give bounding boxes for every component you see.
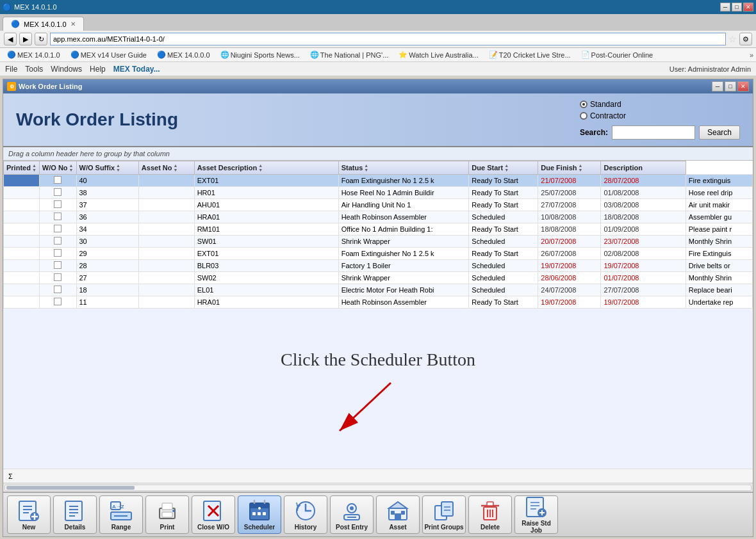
menu-help[interactable]: Help <box>90 65 106 74</box>
close-button[interactable]: ✕ <box>743 3 753 12</box>
bookmark-star-icon[interactable]: ☆ <box>728 34 737 44</box>
wo-no-cell: 18 <box>76 284 138 296</box>
due-finish-cell: 28/07/2008 <box>601 175 686 187</box>
table-row[interactable]: 34RM101Office No 1 Admin Building 1:Read… <box>4 223 753 236</box>
bookmark-national[interactable]: 🌐 The National | PNG'... <box>306 49 393 60</box>
back-button[interactable]: ◀ <box>4 33 17 45</box>
row-checkbox[interactable] <box>39 248 76 260</box>
wo-restore-button[interactable]: □ <box>725 81 736 92</box>
menu-windows[interactable]: Windows <box>51 65 82 74</box>
th-status[interactable]: Status▲▼ <box>338 161 469 175</box>
asset-no-cell: SW01 <box>194 236 338 248</box>
bookmark-mex-guide[interactable]: 🔵 MEX v14 User Guide <box>66 49 151 60</box>
wo-close-button[interactable]: ✕ <box>737 81 749 92</box>
radio-contractor[interactable]: Contractor <box>580 111 740 120</box>
range-icon: A→Z <box>110 499 133 522</box>
maximize-button[interactable]: □ <box>732 3 742 12</box>
table-row[interactable]: 11HRA01Heath Robinson AssemblerReady To … <box>4 296 753 309</box>
scheduler-button[interactable]: Scheduler <box>238 495 281 534</box>
checkbox-icon[interactable] <box>54 249 62 257</box>
table-row[interactable]: 38HR01Hose Reel No 1 Admin BuildirReady … <box>4 187 753 199</box>
row-checkbox[interactable] <box>39 175 76 187</box>
bookmark-mex14[interactable]: 🔵 MEX 14.0.1.0 <box>3 49 65 60</box>
post-entry-button[interactable]: Post Entry <box>330 495 374 534</box>
refresh-button[interactable]: ↻ <box>35 33 47 45</box>
checkbox-icon[interactable] <box>54 188 62 196</box>
table-row[interactable]: 18EL01Electric Motor For Heath RobiSched… <box>4 284 753 296</box>
asset-desc-cell: Hose Reel No 1 Admin Buildir <box>338 187 469 199</box>
table-container[interactable]: Printed▲▼ W/O No▲▼ W/O Suffix▲▼ Asset No… <box>3 161 753 309</box>
table-row[interactable]: 29EXT01Foam Extinguisher No 1 2.5 kReady… <box>4 248 753 260</box>
due-start-cell: 20/07/2008 <box>538 236 601 248</box>
bookmark-niugini[interactable]: 🌐 Niugini Sports News... <box>216 49 304 60</box>
table-row[interactable]: 27SW02Shrink WrapperScheduled28/06/20080… <box>4 272 753 284</box>
tab-close-icon[interactable]: ✕ <box>70 20 76 28</box>
row-checkbox[interactable] <box>39 199 76 211</box>
row-checkbox[interactable] <box>39 223 76 236</box>
details-button[interactable]: Details <box>53 495 97 534</box>
row-checkbox[interactable] <box>39 296 76 309</box>
th-description[interactable]: Description <box>601 161 686 175</box>
new-button[interactable]: New <box>7 495 51 534</box>
checkbox-icon[interactable] <box>54 213 62 220</box>
range-button[interactable]: A→Z Range <box>99 495 143 534</box>
table-row[interactable]: 36HRA01Heath Robinson AssemblerScheduled… <box>4 211 753 223</box>
bookmark-t20[interactable]: 📝 T20 Cricket Live Stre... <box>484 49 575 60</box>
svg-rect-31 <box>263 512 266 515</box>
th-wo-no[interactable]: W/O No▲▼ <box>39 161 76 175</box>
print-button[interactable]: Print <box>145 495 189 534</box>
th-asset-no[interactable]: Asset No▲▼ <box>138 161 194 175</box>
row-checkbox[interactable] <box>39 272 76 284</box>
bookmark-mex1400[interactable]: 🔵 MEX 14.0.0.0 <box>152 49 215 60</box>
raise-std-job-button[interactable]: Raise Std Job <box>514 495 558 534</box>
forward-button[interactable]: ▶ <box>19 33 32 45</box>
minimize-button[interactable]: ─ <box>720 3 730 12</box>
table-row[interactable]: 40EXT01Foam Extinguisher No 1 2.5 kReady… <box>4 175 753 187</box>
svg-marker-39 <box>389 502 407 508</box>
menu-tools[interactable]: Tools <box>25 65 43 74</box>
asset-button[interactable]: Asset <box>376 495 420 534</box>
checkbox-icon[interactable] <box>54 225 62 232</box>
row-checkbox[interactable] <box>39 284 76 296</box>
history-button[interactable]: History <box>284 495 327 534</box>
checkbox-icon[interactable] <box>54 298 62 305</box>
print-groups-button[interactable]: Print Groups <box>422 495 466 534</box>
url-input[interactable] <box>50 33 726 45</box>
scrollbar-track[interactable] <box>4 485 752 491</box>
checkbox-icon[interactable] <box>54 286 62 293</box>
checkbox-icon[interactable] <box>54 200 62 208</box>
bookmark-icon: 📄 <box>581 51 590 59</box>
checkbox-icon[interactable] <box>54 237 62 245</box>
settings-button[interactable]: ⚙ <box>739 33 752 45</box>
checkbox-icon[interactable] <box>54 273 62 281</box>
checkbox-icon[interactable] <box>54 261 62 269</box>
bookmarks-more-button[interactable]: » <box>750 51 753 59</box>
bookmark-postcourier[interactable]: 📄 Post-Courier Online <box>577 49 658 60</box>
horizontal-scrollbar[interactable] <box>3 483 753 492</box>
status-cell: Ready To Start <box>469 296 538 309</box>
scrollbar-thumb[interactable] <box>6 486 135 490</box>
table-row[interactable]: 30SW01Shrink WrapperScheduled20/07/20082… <box>4 236 753 248</box>
th-wo-suffix[interactable]: W/O Suffix▲▼ <box>76 161 138 175</box>
menu-mex-today[interactable]: MEX Today... <box>113 65 160 74</box>
row-checkbox[interactable] <box>39 236 76 248</box>
checkbox-icon[interactable] <box>54 176 62 184</box>
bookmark-watch-live[interactable]: ⭐ Watch Live Australia... <box>394 49 482 60</box>
table-row[interactable]: 28BLR03Factory 1 BoilerScheduled19/07/20… <box>4 260 753 272</box>
row-checkbox[interactable] <box>39 187 76 199</box>
wo-minimize-button[interactable]: ─ <box>712 81 723 92</box>
delete-button[interactable]: Delete <box>468 495 512 534</box>
close-wo-button[interactable]: Close W/O <box>192 495 235 534</box>
search-input[interactable] <box>612 125 695 140</box>
menu-file[interactable]: File <box>5 65 17 74</box>
browser-tab[interactable]: 🔵 MEX 14.0.1.0 ✕ <box>3 17 84 31</box>
row-checkbox[interactable] <box>39 260 76 272</box>
th-due-start[interactable]: Due Start▲▼ <box>469 161 538 175</box>
radio-standard[interactable]: Standard <box>580 100 740 109</box>
row-checkbox[interactable] <box>39 211 76 223</box>
table-row[interactable]: 37AHU01Air Handling Unit No 1Ready To St… <box>4 199 753 211</box>
search-button[interactable]: Search <box>699 125 740 140</box>
th-due-finish[interactable]: Due Finish▲▼ <box>538 161 601 175</box>
description-cell: Undertake rep <box>686 296 752 309</box>
th-asset-desc[interactable]: Asset Description▲▼ <box>194 161 338 175</box>
